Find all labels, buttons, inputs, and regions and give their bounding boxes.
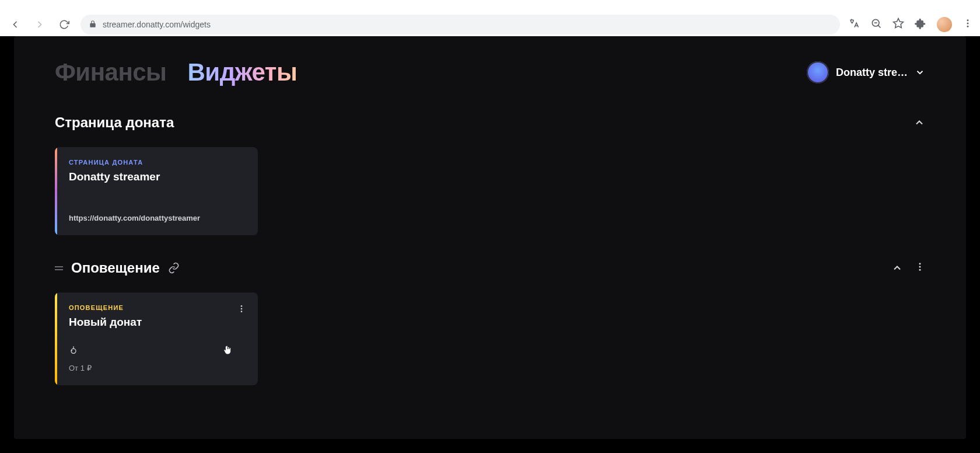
card-label: ОПОВЕЩЕНИЕ bbox=[69, 304, 245, 311]
translate-icon[interactable] bbox=[848, 18, 860, 32]
alert-card[interactable]: ОПОВЕЩЕНИЕ Новый донат От 1 ₽ bbox=[55, 292, 258, 385]
svg-point-11 bbox=[241, 308, 243, 310]
zoom-icon[interactable] bbox=[870, 18, 882, 32]
donation-page-card[interactable]: СТРАНИЦА ДОНАТА Donatty streamer https:/… bbox=[55, 147, 258, 235]
card-accent bbox=[55, 147, 57, 235]
address-text: streamer.donatty.com/widgets bbox=[103, 20, 211, 29]
section-head: Страница доната bbox=[55, 114, 925, 131]
account-menu[interactable]: Donatty stre… bbox=[807, 61, 925, 83]
profile-avatar[interactable] bbox=[937, 17, 952, 32]
svg-point-4 bbox=[967, 19, 969, 21]
svg-marker-3 bbox=[894, 19, 904, 28]
chevron-down-icon bbox=[915, 67, 925, 78]
star-icon[interactable] bbox=[892, 18, 904, 32]
card-more-button[interactable] bbox=[233, 301, 250, 319]
svg-point-9 bbox=[919, 269, 921, 271]
card-title: Donatty streamer bbox=[69, 170, 245, 183]
app-root: Финансы Виджеты Donatty stre… Страница д… bbox=[14, 36, 966, 439]
tab-finance[interactable]: Финансы bbox=[55, 58, 167, 86]
back-button[interactable] bbox=[7, 16, 23, 33]
section-title-text: Оповещение bbox=[71, 260, 160, 276]
drag-handle-icon[interactable] bbox=[55, 266, 63, 270]
browser-toolbar: streamer.donatty.com/widgets bbox=[0, 0, 980, 36]
section-title: Оповещение bbox=[55, 260, 180, 276]
section-alert: Оповещение ОПОВЕЩЕНИЕ Новый донат bbox=[55, 260, 925, 385]
card-title: Новый донат bbox=[69, 316, 245, 329]
extensions-icon[interactable] bbox=[915, 18, 926, 32]
section-head: Оповещение bbox=[55, 260, 925, 276]
card-meta: От 1 ₽ bbox=[69, 364, 245, 372]
link-icon[interactable] bbox=[168, 262, 180, 274]
account-name: Donatty stre… bbox=[836, 67, 908, 79]
svg-point-8 bbox=[919, 266, 921, 268]
address-bar[interactable]: streamer.donatty.com/widgets bbox=[80, 15, 840, 34]
lock-icon bbox=[89, 20, 97, 30]
forward-button[interactable] bbox=[32, 16, 48, 33]
account-avatar bbox=[807, 61, 829, 83]
svg-point-6 bbox=[967, 26, 969, 27]
collapse-button[interactable] bbox=[891, 262, 903, 274]
browser-right-icons bbox=[848, 17, 973, 32]
card-accent bbox=[55, 292, 57, 385]
section-title: Страница доната bbox=[55, 114, 174, 131]
tab-widgets[interactable]: Виджеты bbox=[188, 58, 298, 86]
svg-point-10 bbox=[241, 305, 243, 307]
reload-button[interactable] bbox=[56, 16, 72, 33]
menu-icon[interactable] bbox=[963, 18, 973, 31]
svg-point-5 bbox=[967, 23, 969, 25]
section-more-button[interactable] bbox=[915, 262, 925, 274]
svg-line-1 bbox=[878, 25, 880, 27]
section-donation-page: Страница доната СТРАНИЦА ДОНАТА Donatty … bbox=[55, 114, 925, 235]
section-actions bbox=[891, 262, 925, 274]
svg-point-12 bbox=[241, 311, 243, 312]
svg-point-7 bbox=[919, 263, 921, 264]
card-url: https://donatty.com/donattystreamer bbox=[69, 214, 245, 222]
section-title-text: Страница доната bbox=[55, 114, 174, 131]
main-tabs: Финансы Виджеты bbox=[55, 58, 297, 86]
donatty-icon bbox=[69, 345, 245, 358]
collapse-button[interactable] bbox=[914, 117, 925, 128]
header: Финансы Виджеты Donatty stre… bbox=[55, 58, 925, 86]
card-label: СТРАНИЦА ДОНАТА bbox=[69, 159, 245, 166]
